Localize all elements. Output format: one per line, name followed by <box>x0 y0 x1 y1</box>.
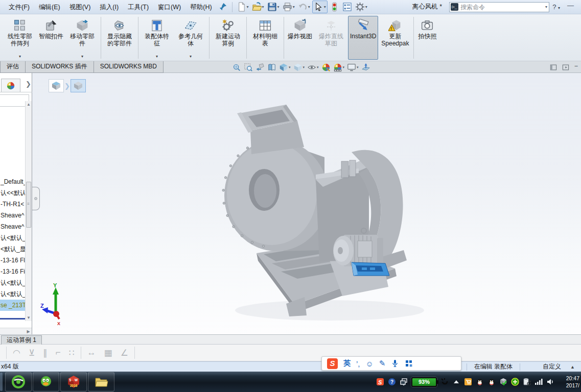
menu-item-2[interactable]: 视图(V) <box>65 1 96 14</box>
file-properties-button[interactable] <box>341 1 353 13</box>
ime-emoji-icon[interactable]: ☺ <box>366 359 374 368</box>
ribbon-button-instant3d[interactable]: Instant3D <box>348 16 378 60</box>
display-style-button[interactable]: ▾ <box>293 62 306 72</box>
command-tab-0[interactable]: 评估 <box>0 61 26 73</box>
ime-microphone-icon[interactable] <box>391 359 399 368</box>
command-tab-1[interactable]: SOLIDWORKS 插件 <box>25 61 94 73</box>
hidden-icons-arrow[interactable] <box>452 378 460 386</box>
status-up-caret-icon[interactable]: ▲ <box>568 364 581 370</box>
ribbon-button-camera[interactable]: 拍快照 <box>415 16 439 60</box>
breadcrumb-assembly-icon[interactable] <box>49 79 64 92</box>
menu-item-4[interactable]: 工具(T) <box>123 1 153 14</box>
menu-item-1[interactable]: 编辑(E) <box>34 1 65 14</box>
search-input[interactable] <box>458 4 545 11</box>
ribbon-separator <box>138 17 138 59</box>
3d-drawing-view-button[interactable] <box>361 62 371 72</box>
collapse-pane-icon[interactable] <box>550 64 557 71</box>
start-edge[interactable] <box>0 373 3 391</box>
ribbon-button-showhide[interactable]: 显示隐藏的零部件 <box>103 16 136 60</box>
network-signal-tray-icon[interactable] <box>534 378 543 386</box>
sogou-tray-icon[interactable]: S <box>376 378 384 386</box>
view-settings-button[interactable]: ▾ <box>346 62 359 72</box>
duck-app-button[interactable] <box>33 372 59 391</box>
help-button[interactable]: ? ▾ <box>549 3 563 11</box>
tree-vertical-scrollbar[interactable]: ▲ ≡ ▼ <box>25 101 32 321</box>
rebuild-button[interactable] <box>329 1 340 13</box>
motor-slide-base-selected[interactable] <box>352 262 389 276</box>
scroll-right-arrow[interactable]: ▶ <box>25 328 32 334</box>
ribbon-button-move[interactable]: 移动零部件▾ <box>65 16 99 60</box>
scroll-down-arrow[interactable]: ▼ <box>26 314 32 321</box>
rollback-bar[interactable] <box>0 318 26 320</box>
dropdown-caret-icon: ▾ <box>262 5 264 9</box>
ribbon-button-explode[interactable]: 爆炸视图 <box>286 16 314 60</box>
clipboard-plug-tray-icon[interactable] <box>523 378 531 386</box>
section-view-button[interactable] <box>267 62 277 72</box>
ribbon-button-fastener[interactable]: 智能扣件 <box>37 16 65 60</box>
browser-360-app-button[interactable] <box>5 372 32 391</box>
print-button[interactable]: ▾ <box>282 1 296 13</box>
search-dropdown-caret[interactable]: ▾ <box>545 5 547 9</box>
minimize-button[interactable]: — <box>563 2 578 12</box>
zoom-to-area-button[interactable] <box>243 62 253 72</box>
file-explorer-app-button[interactable] <box>88 372 114 391</box>
solidworks-check-tray-icon[interactable] <box>499 378 507 386</box>
motion-study-tab[interactable]: 运动算例 1 <box>1 335 42 345</box>
ime-language-toggle[interactable]: 英 <box>343 359 351 368</box>
cart-tray-icon[interactable] <box>464 378 472 386</box>
system-tray: S?93%20:472017/ <box>376 375 581 389</box>
display-manager-tab[interactable] <box>1 79 20 92</box>
battery-indicator[interactable]: 93% <box>411 377 437 387</box>
panel-splitter-handle[interactable] <box>32 187 40 210</box>
custom-status[interactable]: 自定义 <box>520 362 568 371</box>
edit-appearance-button[interactable] <box>321 62 331 72</box>
menu-item-3[interactable]: 插入(I) <box>95 1 123 14</box>
open-button[interactable]: ▾ <box>251 1 265 13</box>
command-tab-2[interactable]: SOLIDWORKS MBD <box>94 61 164 73</box>
ime-punctuation-toggle[interactable]: ’, <box>356 359 360 368</box>
restore-window-tray-icon[interactable] <box>400 378 408 386</box>
pin-icon[interactable] <box>217 1 229 13</box>
zoom-to-fit-button[interactable] <box>231 62 242 72</box>
view-orientation-button[interactable]: ▾ <box>278 62 291 72</box>
menu-item-0[interactable]: 文件(F) <box>4 1 34 14</box>
breadcrumb-part-icon[interactable] <box>71 79 86 92</box>
taskbar-clock[interactable]: 20:472017/ <box>558 375 579 389</box>
ribbon-button-bom[interactable]: 材料明细表 <box>248 16 282 60</box>
select-tool-button[interactable]: ▾ <box>312 1 328 13</box>
tree-horizontal-scrollbar[interactable]: ▶ <box>0 328 32 334</box>
undo-button[interactable]: ▾ <box>297 1 311 13</box>
apply-scene-button[interactable]: ▾ <box>333 62 345 72</box>
flyout-arrow-icon[interactable]: ❯ <box>26 80 31 88</box>
ribbon-button-pattern[interactable]: 线性零部件阵列▾ <box>3 16 37 60</box>
options-button[interactable]: ▾ <box>354 1 368 13</box>
new-document-button[interactable]: ▾ <box>236 1 250 13</box>
graphics-area[interactable]: Y Z X ❯ ❯ _Default_认<<默认-TH-R1<Sheave^Sh… <box>0 73 581 334</box>
sogou-logo-icon[interactable]: S <box>327 358 338 369</box>
help-tray-icon[interactable]: ? <box>388 378 396 386</box>
volume-tray-icon[interactable] <box>546 378 554 386</box>
ribbon-button-refgeo[interactable]: 参考几何体▾ <box>174 16 207 60</box>
ribbon-button-speedpak[interactable]: !更新Speedpak <box>378 16 412 60</box>
scroll-thumb[interactable]: ≡ <box>26 182 31 228</box>
expand-pane-icon[interactable] <box>562 64 569 71</box>
previous-view-button[interactable] <box>255 62 265 72</box>
solidworks-2016-app-button[interactable]: SW2016 <box>60 372 87 391</box>
collapse-ribbon-icon[interactable]: – <box>574 62 578 72</box>
hide-show-items-button[interactable]: ▾ <box>307 62 319 72</box>
antivirus-tray-icon[interactable] <box>511 378 519 386</box>
menu-item-5[interactable]: 窗口(W) <box>153 1 185 14</box>
qq2-tray-icon[interactable] <box>487 378 496 386</box>
save-button[interactable]: ▾ <box>266 1 281 13</box>
ribbon-button-feature[interactable]: 装配体特征▾ <box>140 16 174 60</box>
ime-pencil-icon[interactable]: ✎ <box>379 359 386 368</box>
volute-housing[interactable] <box>222 140 329 251</box>
qq-tray-icon[interactable] <box>476 378 484 386</box>
ime-toolbox-icon[interactable] <box>405 359 413 368</box>
svg-text:!: ! <box>391 26 392 31</box>
scroll-up-arrow[interactable]: ▲ <box>26 101 32 108</box>
menu-item-6[interactable]: 帮助(H) <box>185 1 216 14</box>
ribbon-button-motion[interactable]: ✱新建运动算例 <box>211 16 245 60</box>
plug-tray-icon[interactable] <box>440 378 449 386</box>
centrifugal-fan-model[interactable] <box>215 92 460 327</box>
